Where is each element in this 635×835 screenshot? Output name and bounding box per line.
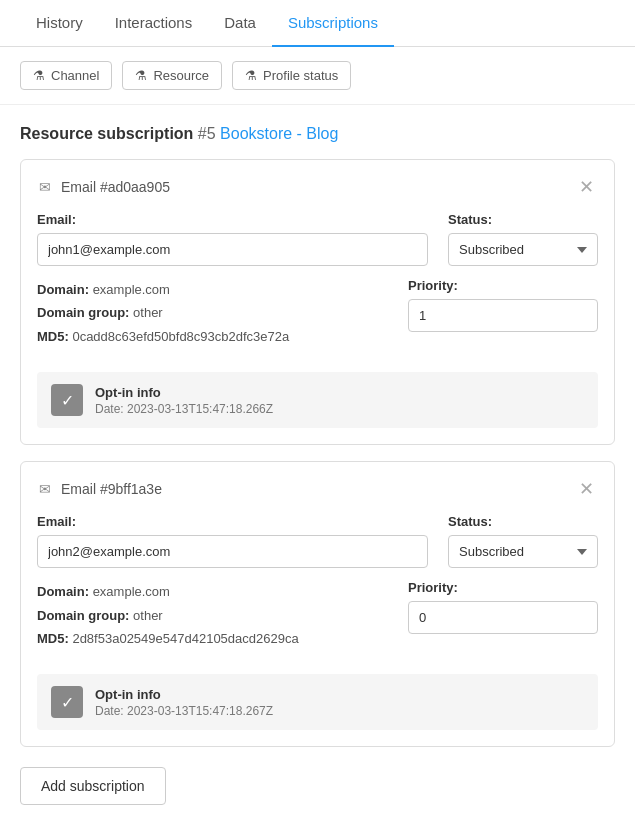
close-button-1[interactable]: ✕	[575, 176, 598, 198]
sub-card-header-2: ✉ Email #9bff1a3e ✕	[37, 478, 598, 500]
meta-group-2: Domain: example.com Domain group: other …	[37, 580, 388, 662]
priority-label-2: Priority:	[408, 580, 598, 595]
optin-label-2: Opt-in info	[95, 687, 273, 702]
optin-box-2: ✓ Opt-in info Date: 2023-03-13T15:47:18.…	[37, 674, 598, 730]
tab-data[interactable]: Data	[208, 0, 272, 47]
email-label-1: Email:	[37, 212, 428, 227]
optin-date-2: Date: 2023-03-13T15:47:18.267Z	[95, 704, 273, 718]
priority-input-2[interactable]	[408, 601, 598, 634]
md5-prefix-1: MD5:	[37, 329, 69, 344]
filter-channel-button[interactable]: ⚗ Channel	[20, 61, 112, 90]
optin-box-1: ✓ Opt-in info Date: 2023-03-13T15:47:18.…	[37, 372, 598, 428]
optin-info-2: Opt-in info Date: 2023-03-13T15:47:18.26…	[95, 687, 273, 718]
domain-value-2: example.com	[93, 584, 170, 599]
subscription-card-1: ✉ Email #ad0aa905 ✕ Email: Status: Subsc…	[20, 159, 615, 445]
sub-form-row-1: Email: Status: Subscribed Unsubscribed	[37, 212, 598, 266]
domain-group-value-2: other	[133, 608, 163, 623]
tab-bar: History Interactions Data Subscriptions	[0, 0, 635, 47]
tab-interactions[interactable]: Interactions	[99, 0, 209, 47]
optin-checkbox-1: ✓	[51, 384, 83, 416]
status-select-1[interactable]: Subscribed Unsubscribed	[448, 233, 598, 266]
add-subscription-button[interactable]: Add subscription	[20, 767, 166, 805]
sub-header-1: Email #ad0aa905	[61, 179, 170, 195]
tab-subscriptions[interactable]: Subscriptions	[272, 0, 394, 47]
email-group-2: Email:	[37, 514, 428, 568]
meta-info-1: Domain: example.com Domain group: other …	[37, 278, 388, 348]
envelope-icon-2: ✉	[37, 481, 53, 497]
sub-meta-row-2: Domain: example.com Domain group: other …	[37, 580, 598, 662]
sub-card-header-1: ✉ Email #ad0aa905 ✕	[37, 176, 598, 198]
optin-info-1: Opt-in info Date: 2023-03-13T15:47:18.26…	[95, 385, 273, 416]
status-label-2: Status:	[448, 514, 598, 529]
md5-value-1: 0cadd8c63efd50bfd8c93cb2dfc3e72a	[72, 329, 289, 344]
domain-value-1: example.com	[93, 282, 170, 297]
email-input-2[interactable]	[37, 535, 428, 568]
filter-icon-2: ⚗	[135, 70, 147, 82]
optin-checkbox-2: ✓	[51, 686, 83, 718]
filter-icon: ⚗	[33, 70, 45, 82]
optin-date-1: Date: 2023-03-13T15:47:18.266Z	[95, 402, 273, 416]
priority-group-1: Priority:	[408, 278, 598, 360]
domain-group-value-1: other	[133, 305, 163, 320]
subscription-card-2: ✉ Email #9bff1a3e ✕ Email: Status: Subsc…	[20, 461, 615, 747]
status-group-1: Status: Subscribed Unsubscribed	[448, 212, 598, 266]
resource-name: Bookstore - Blog	[220, 125, 338, 142]
md5-value-2: 2d8f53a02549e547d42105dacd2629ca	[72, 631, 298, 646]
tab-history[interactable]: History	[20, 0, 99, 47]
main-content: Resource subscription #5 Bookstore - Blo…	[0, 105, 635, 825]
filter-icon-3: ⚗	[245, 70, 257, 82]
meta-info-2: Domain: example.com Domain group: other …	[37, 580, 388, 650]
domain-prefix-1: Domain:	[37, 282, 89, 297]
domain-group-prefix-2: Domain group:	[37, 608, 129, 623]
resource-title-text: Resource subscription	[20, 125, 193, 142]
optin-label-1: Opt-in info	[95, 385, 273, 400]
sub-card-title-2: ✉ Email #9bff1a3e	[37, 481, 162, 497]
email-label-2: Email:	[37, 514, 428, 529]
status-group-2: Status: Subscribed Unsubscribed	[448, 514, 598, 568]
filter-resource-label: Resource	[153, 68, 209, 83]
priority-label-1: Priority:	[408, 278, 598, 293]
domain-group-prefix-1: Domain group:	[37, 305, 129, 320]
meta-group-1: Domain: example.com Domain group: other …	[37, 278, 388, 360]
sub-card-title-1: ✉ Email #ad0aa905	[37, 179, 170, 195]
filter-channel-label: Channel	[51, 68, 99, 83]
domain-prefix-2: Domain:	[37, 584, 89, 599]
resource-title: Resource subscription #5 Bookstore - Blo…	[20, 125, 615, 143]
email-input-1[interactable]	[37, 233, 428, 266]
close-button-2[interactable]: ✕	[575, 478, 598, 500]
priority-group-2: Priority:	[408, 580, 598, 662]
envelope-icon-1: ✉	[37, 179, 53, 195]
sub-meta-row-1: Domain: example.com Domain group: other …	[37, 278, 598, 360]
priority-input-1[interactable]	[408, 299, 598, 332]
resource-id-num: #5	[198, 125, 216, 142]
sub-form-row-2: Email: Status: Subscribed Unsubscribed	[37, 514, 598, 568]
filter-resource-button[interactable]: ⚗ Resource	[122, 61, 222, 90]
filter-bar: ⚗ Channel ⚗ Resource ⚗ Profile status	[0, 47, 635, 105]
status-select-2[interactable]: Subscribed Unsubscribed	[448, 535, 598, 568]
status-label-1: Status:	[448, 212, 598, 227]
sub-header-2: Email #9bff1a3e	[61, 481, 162, 497]
email-group-1: Email:	[37, 212, 428, 266]
md5-prefix-2: MD5:	[37, 631, 69, 646]
filter-profile-status-label: Profile status	[263, 68, 338, 83]
filter-profile-status-button[interactable]: ⚗ Profile status	[232, 61, 351, 90]
